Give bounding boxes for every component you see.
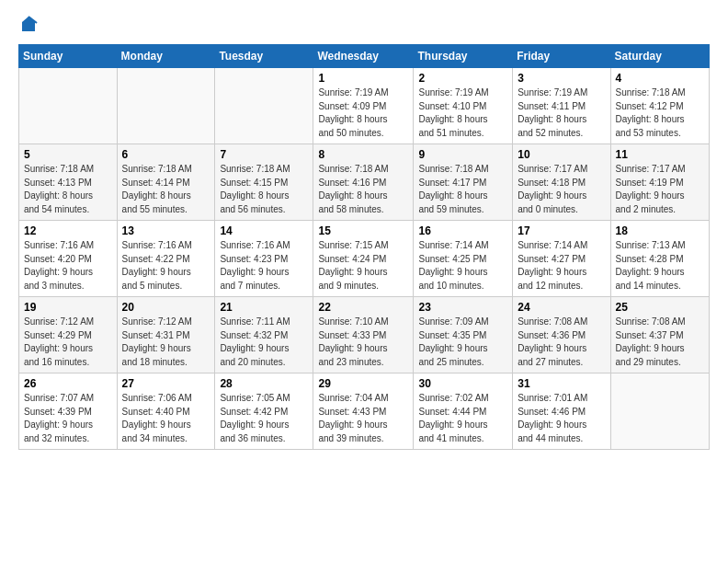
day-info: Sunrise: 7:14 AM Sunset: 4:25 PM Dayligh… [418, 239, 507, 293]
day-number: 11 [616, 148, 704, 161]
logo-icon [18, 15, 39, 35]
day-number: 27 [122, 377, 210, 390]
day-info: Sunrise: 7:18 AM Sunset: 4:15 PM Dayligh… [220, 163, 308, 216]
day-number: 30 [418, 377, 507, 390]
calendar-cell: 12Sunrise: 7:16 AM Sunset: 4:20 PM Dayli… [19, 221, 118, 297]
calendar-cell: 21Sunrise: 7:11 AM Sunset: 4:32 PM Dayli… [215, 297, 313, 373]
weekday-header-friday: Friday [513, 45, 610, 68]
calendar-cell: 10Sunrise: 7:17 AM Sunset: 4:18 PM Dayli… [513, 144, 610, 221]
calendar-cell: 5Sunrise: 7:18 AM Sunset: 4:13 PM Daylig… [19, 144, 118, 221]
day-info: Sunrise: 7:05 AM Sunset: 4:42 PM Dayligh… [220, 392, 308, 445]
day-info: Sunrise: 7:16 AM Sunset: 4:23 PM Dayligh… [220, 239, 308, 293]
day-number: 3 [518, 72, 605, 85]
day-number: 2 [418, 72, 507, 85]
day-number: 10 [518, 148, 605, 161]
calendar-cell: 27Sunrise: 7:06 AM Sunset: 4:40 PM Dayli… [117, 373, 215, 450]
calendar-cell: 4Sunrise: 7:18 AM Sunset: 4:12 PM Daylig… [610, 68, 709, 144]
day-info: Sunrise: 7:19 AM Sunset: 4:10 PM Dayligh… [418, 86, 507, 140]
day-info: Sunrise: 7:16 AM Sunset: 4:22 PM Dayligh… [122, 239, 210, 293]
day-info: Sunrise: 7:10 AM Sunset: 4:33 PM Dayligh… [318, 316, 408, 369]
day-info: Sunrise: 7:11 AM Sunset: 4:32 PM Dayligh… [220, 316, 308, 369]
calendar-cell: 30Sunrise: 7:02 AM Sunset: 4:44 PM Dayli… [414, 373, 513, 450]
day-number: 28 [220, 377, 308, 390]
calendar-cell: 17Sunrise: 7:14 AM Sunset: 4:27 PM Dayli… [513, 221, 610, 297]
calendar-cell: 19Sunrise: 7:12 AM Sunset: 4:29 PM Dayli… [19, 297, 118, 373]
day-number: 24 [518, 301, 605, 314]
calendar-week-5: 26Sunrise: 7:07 AM Sunset: 4:39 PM Dayli… [19, 373, 710, 450]
day-number: 19 [24, 301, 112, 314]
weekday-header-thursday: Thursday [414, 45, 513, 68]
calendar-cell: 7Sunrise: 7:18 AM Sunset: 4:15 PM Daylig… [215, 144, 313, 221]
day-info: Sunrise: 7:08 AM Sunset: 4:37 PM Dayligh… [616, 316, 704, 369]
calendar-cell: 20Sunrise: 7:12 AM Sunset: 4:31 PM Dayli… [117, 297, 215, 373]
calendar-week-4: 19Sunrise: 7:12 AM Sunset: 4:29 PM Dayli… [19, 297, 710, 373]
day-info: Sunrise: 7:17 AM Sunset: 4:19 PM Dayligh… [616, 163, 704, 216]
day-number: 20 [122, 301, 210, 314]
day-number: 21 [220, 301, 308, 314]
day-number: 17 [518, 224, 605, 237]
day-number: 9 [418, 148, 507, 161]
day-info: Sunrise: 7:18 AM Sunset: 4:14 PM Dayligh… [122, 163, 210, 216]
day-number: 26 [24, 377, 112, 390]
calendar-cell: 3Sunrise: 7:19 AM Sunset: 4:11 PM Daylig… [513, 68, 610, 144]
calendar-cell: 15Sunrise: 7:15 AM Sunset: 4:24 PM Dayli… [313, 221, 414, 297]
calendar-header-row: SundayMondayTuesdayWednesdayThursdayFrid… [19, 45, 710, 68]
day-number: 8 [318, 148, 408, 161]
calendar-cell [117, 68, 215, 144]
calendar-cell: 23Sunrise: 7:09 AM Sunset: 4:35 PM Dayli… [414, 297, 513, 373]
weekday-header-wednesday: Wednesday [313, 45, 414, 68]
day-number: 25 [616, 301, 704, 314]
weekday-header-sunday: Sunday [19, 45, 118, 68]
calendar-cell: 9Sunrise: 7:18 AM Sunset: 4:17 PM Daylig… [414, 144, 513, 221]
day-info: Sunrise: 7:08 AM Sunset: 4:36 PM Dayligh… [518, 316, 605, 369]
day-number: 31 [518, 377, 605, 390]
calendar-cell: 6Sunrise: 7:18 AM Sunset: 4:14 PM Daylig… [117, 144, 215, 221]
calendar-cell: 1Sunrise: 7:19 AM Sunset: 4:09 PM Daylig… [313, 68, 414, 144]
weekday-header-monday: Monday [117, 45, 215, 68]
day-number: 7 [220, 148, 308, 161]
day-info: Sunrise: 7:02 AM Sunset: 4:44 PM Dayligh… [418, 392, 507, 445]
day-number: 14 [220, 224, 308, 237]
day-number: 16 [418, 224, 507, 237]
calendar-cell [19, 68, 118, 144]
calendar-cell: 18Sunrise: 7:13 AM Sunset: 4:28 PM Dayli… [610, 221, 709, 297]
calendar-cell: 22Sunrise: 7:10 AM Sunset: 4:33 PM Dayli… [313, 297, 414, 373]
calendar-cell: 16Sunrise: 7:14 AM Sunset: 4:25 PM Dayli… [414, 221, 513, 297]
day-number: 5 [24, 148, 112, 161]
day-info: Sunrise: 7:13 AM Sunset: 4:28 PM Dayligh… [616, 239, 704, 293]
day-number: 1 [318, 72, 408, 85]
calendar-cell [215, 68, 313, 144]
calendar-cell: 28Sunrise: 7:05 AM Sunset: 4:42 PM Dayli… [215, 373, 313, 450]
page: SundayMondayTuesdayWednesdayThursdayFrid… [0, 0, 728, 563]
day-number: 4 [616, 72, 704, 85]
weekday-header-tuesday: Tuesday [215, 45, 313, 68]
day-number: 15 [318, 224, 408, 237]
day-number: 29 [318, 377, 408, 390]
day-info: Sunrise: 7:16 AM Sunset: 4:20 PM Dayligh… [24, 239, 112, 293]
day-info: Sunrise: 7:12 AM Sunset: 4:31 PM Dayligh… [122, 316, 210, 369]
day-info: Sunrise: 7:19 AM Sunset: 4:09 PM Dayligh… [318, 86, 408, 140]
day-info: Sunrise: 7:17 AM Sunset: 4:18 PM Dayligh… [518, 163, 605, 216]
day-info: Sunrise: 7:12 AM Sunset: 4:29 PM Dayligh… [24, 316, 112, 369]
day-info: Sunrise: 7:01 AM Sunset: 4:46 PM Dayligh… [518, 392, 605, 445]
day-info: Sunrise: 7:14 AM Sunset: 4:27 PM Dayligh… [518, 239, 605, 293]
day-number: 22 [318, 301, 408, 314]
day-info: Sunrise: 7:06 AM Sunset: 4:40 PM Dayligh… [122, 392, 210, 445]
calendar-cell: 11Sunrise: 7:17 AM Sunset: 4:19 PM Dayli… [610, 144, 709, 221]
day-info: Sunrise: 7:19 AM Sunset: 4:11 PM Dayligh… [518, 86, 605, 140]
day-number: 18 [616, 224, 704, 237]
calendar-cell: 8Sunrise: 7:18 AM Sunset: 4:16 PM Daylig… [313, 144, 414, 221]
calendar-cell: 31Sunrise: 7:01 AM Sunset: 4:46 PM Dayli… [513, 373, 610, 450]
calendar-cell: 25Sunrise: 7:08 AM Sunset: 4:37 PM Dayli… [610, 297, 709, 373]
calendar-cell: 13Sunrise: 7:16 AM Sunset: 4:22 PM Dayli… [117, 221, 215, 297]
calendar-week-3: 12Sunrise: 7:16 AM Sunset: 4:20 PM Dayli… [19, 221, 710, 297]
day-number: 12 [24, 224, 112, 237]
day-info: Sunrise: 7:15 AM Sunset: 4:24 PM Dayligh… [318, 239, 408, 293]
calendar-week-1: 1Sunrise: 7:19 AM Sunset: 4:09 PM Daylig… [19, 68, 710, 144]
day-info: Sunrise: 7:07 AM Sunset: 4:39 PM Dayligh… [24, 392, 112, 445]
day-number: 6 [122, 148, 210, 161]
weekday-header-saturday: Saturday [610, 45, 709, 68]
calendar-cell: 29Sunrise: 7:04 AM Sunset: 4:43 PM Dayli… [313, 373, 414, 450]
day-info: Sunrise: 7:18 AM Sunset: 4:12 PM Dayligh… [616, 86, 704, 140]
calendar-cell: 14Sunrise: 7:16 AM Sunset: 4:23 PM Dayli… [215, 221, 313, 297]
